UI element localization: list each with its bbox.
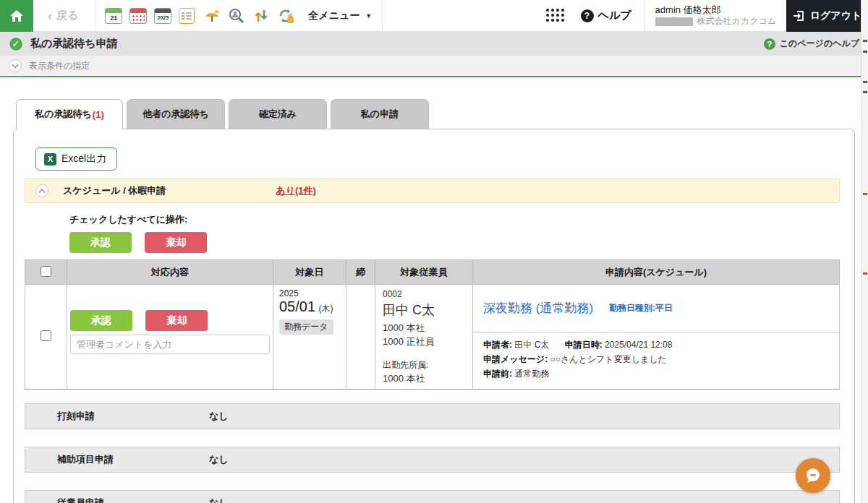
- section-status: なし: [209, 453, 229, 466]
- employee-name: 田中 C太: [383, 301, 465, 319]
- scroll-mark: [863, 272, 867, 275]
- employee-code: 0002: [383, 288, 465, 301]
- user-info: admin 価格太郎 株式会社カカクコム: [645, 4, 786, 27]
- redacted-block: [655, 17, 693, 26]
- row-checkbox[interactable]: [41, 330, 51, 341]
- request-daytype: 勤務日種別:平日: [609, 302, 673, 314]
- filter-label: 表示条件の指定: [29, 60, 90, 72]
- sort-arrows-icon[interactable]: [252, 7, 271, 25]
- chevron-down-circle-icon: [9, 59, 22, 72]
- divider: [95, 0, 96, 32]
- logout-button[interactable]: ログアウト: [786, 0, 868, 32]
- date-day: 05/01: [279, 298, 315, 314]
- tab-confirmed[interactable]: 確定済み: [229, 99, 327, 129]
- table-row: 承認 棄却 2025 05/01 (木) 勤務データ 0002 田中 C太 10…: [25, 285, 840, 390]
- section-title: 打刻申請: [57, 410, 209, 423]
- header-request-content: 申請内容(スケジュール): [473, 260, 840, 285]
- back-button[interactable]: ‹ 戻る: [48, 9, 78, 22]
- tab-count: (1): [93, 109, 104, 120]
- scroll-mark: [863, 81, 867, 83]
- chat-bubble-icon: [804, 466, 822, 485]
- section-title: 従業員申請: [57, 496, 209, 503]
- back-label: 戻る: [56, 9, 78, 22]
- vacation-umbrella-icon[interactable]: [203, 7, 221, 25]
- logout-label: ログアウト: [810, 9, 862, 22]
- all-menu-dropdown[interactable]: 全メニュー ▼: [308, 9, 372, 22]
- page-scrollbar[interactable]: [861, 0, 868, 503]
- filter-conditions-toggle[interactable]: 表示条件の指定: [0, 56, 868, 77]
- approval-tabs: 私の承認待ち(1) 他者の承認待ち 確定済み 私の申請: [16, 99, 429, 129]
- row-request-cell: 深夜勤務 (通常勤務) 勤務日種別:平日 申請者: 田中 C太 申請日時: 20…: [473, 285, 840, 390]
- row-action-cell: 承認 棄却: [67, 285, 273, 390]
- applicant-label: 申請者:: [483, 340, 512, 350]
- row-reject-button[interactable]: 棄却: [145, 310, 208, 331]
- excel-export-button[interactable]: X Excel出力: [35, 147, 117, 171]
- message-label: 申請メッセージ:: [483, 354, 548, 364]
- row-closing-cell: [346, 285, 375, 390]
- sync-lock-icon[interactable]: [277, 7, 295, 25]
- tab-content-panel: X Excel出力 スケジュール / 休暇申請 あり(1件) チェックしたすべて…: [13, 129, 855, 503]
- schedule-section-header: スケジュール / 休暇申請 あり(1件): [25, 179, 840, 203]
- calendar-day-number: 21: [106, 13, 122, 23]
- employee-org1: 1000 本社: [383, 322, 465, 335]
- help-label: ヘルプ: [598, 9, 631, 22]
- bulk-reject-button[interactable]: 棄却: [145, 232, 207, 253]
- home-button[interactable]: [0, 0, 33, 32]
- page-title: 私の承認待ち申請: [30, 37, 118, 51]
- scroll-mark: [863, 51, 867, 53]
- page-help-label: このページのヘルプ: [780, 38, 859, 50]
- applied-at-label: 申請日時:: [565, 340, 603, 350]
- request-title-link[interactable]: 深夜勤務 (通常勤務): [483, 300, 593, 317]
- header-employee: 対象従業員: [375, 260, 473, 285]
- tab-my-requests[interactable]: 私の申請: [331, 99, 429, 129]
- section-auxiliary-items[interactable]: 補助項目申請 なし: [25, 447, 840, 473]
- page-help-link[interactable]: ? このページのヘルプ: [764, 38, 859, 50]
- tab-my-pending[interactable]: 私の承認待ち(1): [16, 99, 123, 129]
- home-icon: [9, 9, 24, 23]
- calendar-year-number: 2025: [155, 13, 171, 23]
- employee-office-label: 出勤先所属:: [383, 359, 465, 371]
- schedule-list-icon[interactable]: [179, 7, 197, 25]
- schedule-count-link[interactable]: あり(1件): [276, 184, 316, 197]
- tab-others-pending[interactable]: 他者の承認待ち: [127, 99, 225, 129]
- all-menu-label: 全メニュー: [308, 9, 359, 22]
- question-icon: ?: [581, 9, 594, 22]
- divider: [382, 0, 383, 32]
- help-button[interactable]: ? ヘルプ: [581, 9, 631, 22]
- employee-org2: 1000 正社員: [383, 335, 465, 349]
- bulk-action-area: チェックしたすべてに操作: 承認 棄却: [69, 213, 854, 253]
- yearly-calendar-icon[interactable]: 2025: [154, 7, 172, 25]
- row-date-cell: 2025 05/01 (木) 勤務データ: [273, 285, 346, 390]
- top-navigation-bar: ‹ 戻る 21 2025: [0, 0, 868, 32]
- chat-fab-button[interactable]: [796, 458, 830, 493]
- work-data-badge[interactable]: 勤務データ: [279, 319, 333, 335]
- daily-calendar-icon[interactable]: 21: [105, 7, 123, 25]
- date-year: 2025: [279, 288, 340, 298]
- schedule-section-title: スケジュール / 休暇申請: [63, 184, 166, 197]
- admin-comment-input[interactable]: [70, 335, 270, 354]
- excel-export-label: Excel出力: [61, 152, 106, 165]
- bulk-action-label: チェックしたすべてに操作:: [69, 213, 854, 226]
- row-approve-button[interactable]: 承認: [70, 310, 132, 331]
- table-header-row: 対応内容 対象日 締 対象従業員 申請内容(スケジュール): [25, 260, 840, 285]
- scroll-mark: [863, 91, 867, 93]
- chevron-left-icon: ‹: [48, 9, 52, 22]
- chevron-up-circle-icon[interactable]: [35, 184, 48, 197]
- section-title: 補助項目申請: [57, 453, 209, 466]
- tab-label: 他者の承認待ち: [142, 108, 209, 121]
- select-all-checkbox[interactable]: [41, 266, 51, 277]
- date-weekday: (木): [319, 304, 333, 314]
- bulk-approve-button[interactable]: 承認: [69, 232, 132, 253]
- employee-search-icon[interactable]: [228, 7, 246, 25]
- section-employee-request[interactable]: 従業員申請 なし: [25, 490, 840, 503]
- tab-label: 確定済み: [259, 108, 297, 121]
- question-icon: ?: [764, 38, 775, 50]
- header-closing: 締: [346, 260, 375, 285]
- toolbar-icons: 21 2025: [105, 7, 295, 25]
- page-header-bar: ✓ 私の承認待ち申請 ? このページのヘルプ: [0, 32, 868, 56]
- topbar-right-group: ? ヘルプ admin 価格太郎 株式会社カカクコム ログアウト: [546, 0, 868, 32]
- applied-at-value: 2025/04/21 12:08: [605, 340, 672, 350]
- monthly-calendar-icon[interactable]: [129, 7, 148, 25]
- section-time-record[interactable]: 打刻申請 なし: [25, 403, 840, 429]
- apps-grid-icon[interactable]: [546, 9, 565, 22]
